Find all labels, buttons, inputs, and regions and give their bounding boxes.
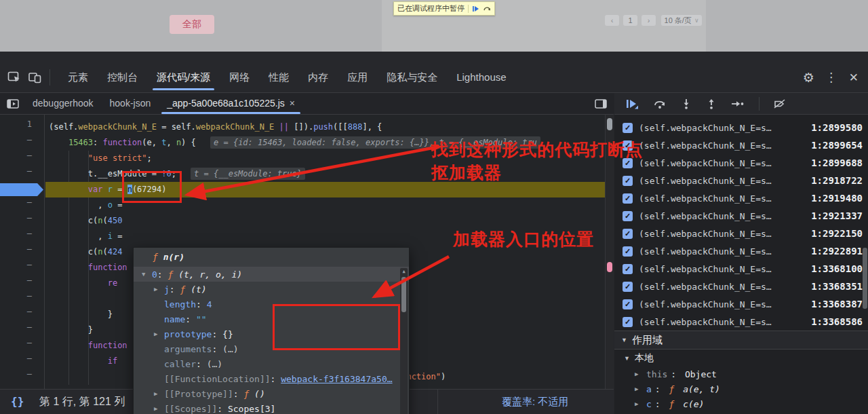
toolbar-divider — [759, 97, 760, 111]
gutter-line-13[interactable]: – — [0, 307, 44, 322]
breakpoint-row-4[interactable]: ✓(self.webpackChunk_N_E=s…1:2918722 — [614, 172, 868, 189]
gutter-line-16[interactable]: – — [0, 354, 44, 369]
popup-property-0[interactable]: ▼0: ƒ (t, r, o, i) — [134, 267, 409, 282]
main-tab-4[interactable]: 网络 — [220, 62, 259, 92]
main-tab-8[interactable]: 隐私与安全 — [377, 62, 447, 92]
main-tab-2[interactable]: 控制台 — [98, 62, 147, 92]
chevron-down-icon: ∨ — [694, 17, 699, 24]
breakpoint-row-2[interactable]: ✓(self.webpackChunk_N_E=s…1:2899654 — [614, 136, 868, 154]
code-line-7[interactable]: c(n(450 — [45, 213, 606, 229]
gutter-line-14[interactable]: – — [0, 322, 44, 338]
toast-resume-icon[interactable] — [472, 5, 479, 12]
gutter-line-6[interactable]: – — [0, 197, 44, 213]
gutter-line-8[interactable]: – — [0, 229, 44, 244]
breakpoint-row-10[interactable]: ✓(self.webpackChunk_N_E=s…1:3368351 — [614, 278, 868, 295]
step-into-icon[interactable] — [681, 98, 692, 109]
sidebar-scrollbar-thumb[interactable] — [863, 248, 867, 309]
breakpoint-checkbox[interactable]: ✓ — [623, 229, 633, 239]
main-tab-9[interactable]: Lighthouse — [447, 62, 515, 92]
popup-property-[[FunctionLocation]][interactable]: [[FunctionLocation]]: webpack-f3f163847a… — [134, 371, 409, 386]
popup-property-[[Scopes]][interactable]: ▶[[Scopes]]: Scopes[3] — [134, 401, 409, 414]
scrollbar-thumb[interactable] — [401, 277, 406, 312]
toast-step-over-icon[interactable] — [483, 5, 491, 12]
scrollbar-thumb[interactable] — [607, 118, 612, 130]
pretty-print-icon[interactable]: {} — [11, 395, 24, 408]
statusbar-divider — [437, 390, 438, 414]
gutter-line-2[interactable]: – — [0, 135, 44, 151]
pagination-page-number[interactable]: 1 — [623, 15, 637, 26]
step-over-icon[interactable] — [653, 98, 667, 109]
breakpoint-row-12[interactable]: ✓(self.webpackChunk_N_E=s…1:3368586 — [614, 313, 868, 331]
scope-local-header[interactable]: ▼ 本地 — [614, 350, 868, 366]
file-tab-3[interactable]: _app-5a00e68a1c105225.js× — [159, 93, 303, 114]
breakpoint-row-1[interactable]: ✓(self.webpackChunk_N_E=s…1:2899580 — [614, 119, 868, 136]
popup-property-[[Prototype]][interactable]: ▶[[Prototype]]: ƒ () — [134, 386, 409, 401]
breakpoint-row-9[interactable]: ✓(self.webpackChunk_N_E=s…1:3368100 — [614, 260, 868, 278]
gutter-line-17[interactable]: – — [0, 369, 44, 385]
breakpoint-checkbox[interactable]: ✓ — [623, 246, 633, 257]
gutter-line-1[interactable]: 1 — [0, 119, 44, 135]
gutter-line-5[interactable] — [0, 182, 44, 197]
main-tab-1[interactable]: 元素 — [58, 62, 98, 92]
gutter-line-15[interactable]: – — [0, 338, 44, 354]
main-tab-5[interactable]: 性能 — [259, 62, 298, 92]
device-toolbar-icon[interactable] — [28, 72, 41, 83]
breakpoint-checkbox[interactable]: ✓ — [623, 299, 633, 309]
gutter-line-11[interactable]: – — [0, 276, 44, 291]
gutter-line-10[interactable]: – — [0, 260, 44, 276]
scope-var-a[interactable]: ▶a: ƒ a(e, t) — [614, 381, 868, 396]
pagination-page-size-select[interactable]: 10 条/页 ∨ — [661, 15, 702, 26]
paused-toast-text: 已在调试程序中暂停 — [397, 3, 465, 14]
gutter-line-7[interactable]: – — [0, 213, 44, 229]
resume-script-icon[interactable] — [625, 98, 639, 109]
settings-gear-icon[interactable]: ⚙ — [803, 70, 814, 86]
breakpoint-row-11[interactable]: ✓(self.webpackChunk_N_E=s…1:3368387 — [614, 295, 868, 313]
breakpoint-checkbox[interactable]: ✓ — [623, 211, 633, 221]
step-icon[interactable] — [731, 98, 745, 109]
deactivate-breakpoints-icon[interactable] — [774, 98, 785, 109]
file-tab-2[interactable]: hook-json — [102, 93, 159, 114]
close-tab-icon[interactable]: × — [290, 93, 295, 114]
breakpoint-checkbox[interactable]: ✓ — [623, 282, 633, 292]
gutter-line-9[interactable]: – — [0, 244, 44, 260]
scroll-up-arrow-icon[interactable]: ▲ — [400, 269, 408, 274]
gutter-line-4[interactable]: – — [0, 166, 44, 182]
paused-in-debugger-toast: 已在调试程序中暂停 — [393, 1, 495, 16]
gutter-line-12[interactable]: – — [0, 291, 44, 307]
debugger-panel-toggle-icon[interactable] — [595, 98, 607, 109]
annotation-box-function-location — [273, 304, 400, 350]
pagination-prev-button[interactable]: ‹ — [605, 15, 619, 26]
main-tabs: 元素控制台源代码/来源网络性能内存应用隐私与安全Lighthouse — [58, 62, 516, 92]
code-line-1[interactable]: (self.webpackChunk_N_E = self.webpackChu… — [45, 119, 606, 135]
breakpoint-row-7[interactable]: ✓(self.webpackChunk_N_E=s…1:2922150 — [614, 225, 868, 242]
more-options-icon[interactable]: ⋮ — [825, 70, 838, 85]
main-tab-7[interactable]: 应用 — [338, 62, 377, 92]
popup-vertical-scrollbar[interactable]: ▲ ▼ — [400, 268, 408, 414]
coverage-status[interactable]: 覆盖率: 不适用 — [502, 396, 568, 409]
inspect-element-icon[interactable] — [7, 71, 21, 83]
navigator-toggle-icon[interactable] — [7, 98, 19, 109]
breakpoint-row-3[interactable]: ✓(self.webpackChunk_N_E=s…1:2899688 — [614, 154, 868, 172]
breakpoint-row-8[interactable]: ✓(self.webpackChunk_N_E=s…1:2922891 — [614, 242, 868, 260]
breakpoint-checkbox[interactable]: ✓ — [623, 317, 633, 327]
popup-property-j[interactable]: ▶j: ƒ (t) — [134, 282, 409, 297]
close-devtools-icon[interactable]: ✕ — [849, 71, 859, 85]
editor-gutter: 1––––––––––––––– — [0, 115, 45, 414]
popup-property-caller[interactable]: caller: (…) — [134, 356, 409, 371]
breakpoint-checkbox[interactable]: ✓ — [623, 193, 633, 204]
scope-var-c[interactable]: ▶c: ƒ c(e) — [614, 396, 868, 411]
all-filter-button[interactable]: 全部 — [170, 15, 214, 34]
breakpoint-list: ✓(self.webpackChunk_N_E=s…1:2899580✓(sel… — [614, 115, 868, 331]
breakpoint-checkbox[interactable]: ✓ — [623, 264, 633, 274]
main-tab-3[interactable]: 源代码/来源 — [147, 62, 220, 92]
scope-var-this[interactable]: ▶this: Object — [614, 366, 868, 381]
breakpoint-row-5[interactable]: ✓(self.webpackChunk_N_E=s…1:2919480 — [614, 189, 868, 207]
main-tab-6[interactable]: 内存 — [298, 62, 338, 92]
breakpoint-checkbox[interactable]: ✓ — [623, 123, 633, 133]
step-out-icon[interactable] — [706, 98, 717, 109]
scope-section-header[interactable]: ▼ 作用域 — [614, 331, 868, 350]
breakpoint-row-6[interactable]: ✓(self.webpackChunk_N_E=s…1:2921337 — [614, 207, 868, 225]
file-tab-1[interactable]: debuggerhook — [24, 93, 102, 114]
pagination-next-button[interactable]: › — [642, 15, 656, 26]
gutter-line-3[interactable]: – — [0, 151, 44, 166]
